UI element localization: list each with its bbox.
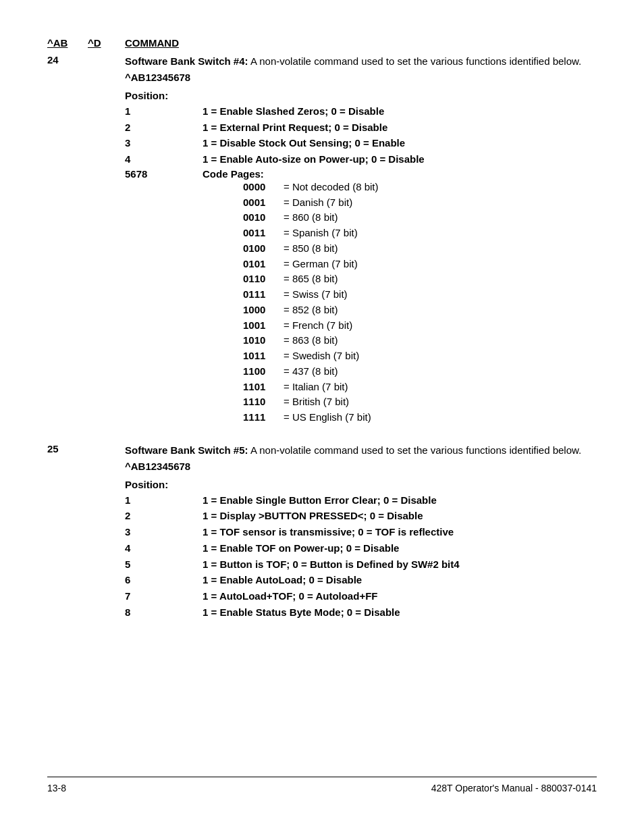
code-val-0101: 0101	[203, 257, 284, 271]
code-item-1110: 1110 = British (7 bit)	[203, 394, 597, 409]
entry-24-title: Software Bank Switch #4:	[125, 55, 248, 67]
pos-1-num: 1	[125, 104, 203, 119]
code-item-0100: 0100 = 850 (8 bit)	[203, 241, 597, 256]
pos25-row-5: 5 1 = Button is TOF; 0 = Button is Defin…	[125, 557, 597, 572]
pos-row-1: 1 1 = Enable Slashed Zeros; 0 = Disable	[125, 104, 597, 119]
code-desc-1010: = 863 (8 bit)	[284, 333, 597, 348]
pos25-4-num: 4	[125, 541, 203, 556]
footer: 13-8 428T Operator's Manual - 880037-014…	[47, 777, 597, 793]
code-item-0110: 0110 = 865 (8 bit)	[203, 271, 597, 286]
code-desc-1101: = Italian (7 bit)	[284, 380, 597, 394]
code-item-0011: 0011 = Spanish (7 bit)	[203, 226, 597, 240]
entry-25-ab-code: ^AB12345678	[125, 461, 597, 472]
pos25-5-num: 5	[125, 557, 203, 572]
entry-25-title: Software Bank Switch #5:	[125, 444, 248, 456]
pos25-row-2: 2 1 = Display >BUTTON PRESSED<; 0 = Disa…	[125, 509, 597, 523]
code-item-1011: 1011 = Swedish (7 bit)	[203, 348, 597, 363]
footer-right: 428T Operator's Manual - 880037-0141	[431, 783, 597, 793]
code-val-0000: 0000	[203, 180, 284, 194]
entry-25-position-label: Position:	[125, 479, 597, 490]
pos25-3-desc: 1 = TOF sensor is transmissive; 0 = TOF …	[203, 525, 597, 540]
code-val-1101: 1101	[203, 380, 284, 394]
pos25-row-7: 7 1 = AutoLoad+TOF; 0 = Autoload+FF	[125, 589, 597, 604]
col-cmd-header: COMMAND	[125, 37, 179, 49]
entry-24-content: Software Bank Switch #4: A non-volatile …	[125, 54, 597, 431]
pos-4-desc: 1 = Enable Auto-size on Power-up; 0 = Di…	[203, 152, 597, 167]
code-val-1010: 1010	[203, 333, 284, 348]
code-desc-1011: = Swedish (7 bit)	[284, 348, 597, 363]
entry-24-position-label: Position:	[125, 90, 597, 101]
pos-2-desc: 1 = External Print Request; 0 = Disable	[203, 120, 597, 135]
code-val-0111: 0111	[203, 287, 284, 302]
code-desc-0011: = Spanish (7 bit)	[284, 226, 597, 240]
code-item-0101: 0101 = German (7 bit)	[203, 257, 597, 271]
page: ^AB ^D COMMAND 24 Software Bank Switch #…	[0, 0, 644, 834]
pos-row-3: 3 1 = Disable Stock Out Sensing; 0 = Ena…	[125, 136, 597, 151]
pos25-8-desc: 1 = Enable Status Byte Mode; 0 = Disable	[203, 605, 597, 620]
code-val-0010: 0010	[203, 210, 284, 225]
code-item-0010: 0010 = 860 (8 bit)	[203, 210, 597, 225]
code-val-1100: 1100	[203, 364, 284, 379]
code-item-1000: 1000 = 852 (8 bit)	[203, 303, 597, 317]
code-desc-0111: = Swiss (7 bit)	[284, 287, 597, 302]
content: ^AB ^D COMMAND 24 Software Bank Switch #…	[47, 37, 597, 763]
code-pages-row: 5678 Code Pages: 0000 = Not decoded (8 b…	[125, 168, 597, 425]
pos25-2-desc: 1 = Display >BUTTON PRESSED<; 0 = Disabl…	[203, 509, 597, 523]
col-ab-header: ^AB	[47, 37, 88, 49]
pos25-6-desc: 1 = Enable AutoLoad; 0 = Disable	[203, 573, 597, 588]
pos25-row-1: 1 1 = Enable Single Button Error Clear; …	[125, 493, 597, 508]
code-desc-0101: = German (7 bit)	[284, 257, 597, 271]
entry-25-num: 25	[47, 443, 125, 625]
code-val-1011: 1011	[203, 348, 284, 363]
entry-25: 25 Software Bank Switch #5: A non-volati…	[47, 443, 597, 625]
entry-24-description: A non-volatile command used to set the v…	[250, 55, 581, 67]
code-desc-0100: = 850 (8 bit)	[284, 241, 597, 256]
pos25-7-num: 7	[125, 589, 203, 604]
code-pages-title: Code Pages:	[203, 168, 264, 180]
pos25-7-desc: 1 = AutoLoad+TOF; 0 = Autoload+FF	[203, 589, 597, 604]
code-desc-0010: = 860 (8 bit)	[284, 210, 597, 225]
code-val-0110: 0110	[203, 271, 284, 286]
pos-row-2: 2 1 = External Print Request; 0 = Disabl…	[125, 120, 597, 135]
code-item-0000: 0000 = Not decoded (8 bit)	[203, 180, 597, 194]
pos25-8-num: 8	[125, 605, 203, 620]
col-d-header: ^D	[88, 37, 125, 49]
column-headers: ^AB ^D COMMAND	[47, 37, 597, 49]
pos25-1-desc: 1 = Enable Single Button Error Clear; 0 …	[203, 493, 597, 508]
code-item-0001: 0001 = Danish (7 bit)	[203, 195, 597, 210]
pos25-4-desc: 1 = Enable TOF on Power-up; 0 = Disable	[203, 541, 597, 556]
code-desc-1100: = 437 (8 bit)	[284, 364, 597, 379]
pos25-row-6: 6 1 = Enable AutoLoad; 0 = Disable	[125, 573, 597, 588]
entry-24-positions: Position: 1 1 = Enable Slashed Zeros; 0 …	[125, 90, 597, 425]
pos25-row-3: 3 1 = TOF sensor is transmissive; 0 = TO…	[125, 525, 597, 540]
code-desc-1000: = 852 (8 bit)	[284, 303, 597, 317]
entry-25-title-line: Software Bank Switch #5: A non-volatile …	[125, 443, 597, 458]
code-val-0001: 0001	[203, 195, 284, 210]
pos-1-desc: 1 = Enable Slashed Zeros; 0 = Disable	[203, 104, 597, 119]
code-val-1001: 1001	[203, 318, 284, 333]
code-desc-1001: = French (7 bit)	[284, 318, 597, 333]
code-item-1100: 1100 = 437 (8 bit)	[203, 364, 597, 379]
code-val-0011: 0011	[203, 226, 284, 240]
code-val-1000: 1000	[203, 303, 284, 317]
entry-24-title-line: Software Bank Switch #4: A non-volatile …	[125, 54, 597, 69]
code-val-0100: 0100	[203, 241, 284, 256]
pos25-3-num: 3	[125, 525, 203, 540]
code-item-0111: 0111 = Swiss (7 bit)	[203, 287, 597, 302]
code-desc-0001: = Danish (7 bit)	[284, 195, 597, 210]
pos25-row-8: 8 1 = Enable Status Byte Mode; 0 = Disab…	[125, 605, 597, 620]
code-desc-0110: = 865 (8 bit)	[284, 271, 597, 286]
pos-3-desc: 1 = Disable Stock Out Sensing; 0 = Enabl…	[203, 136, 597, 151]
entry-25-content: Software Bank Switch #5: A non-volatile …	[125, 443, 597, 625]
pos-3-num: 3	[125, 136, 203, 151]
pos-row-4: 4 1 = Enable Auto-size on Power-up; 0 = …	[125, 152, 597, 167]
pos25-5-desc: 1 = Button is TOF; 0 = Button is Defined…	[203, 557, 597, 572]
code-val-1111: 1111	[203, 410, 284, 425]
code-desc-0000: = Not decoded (8 bit)	[284, 180, 597, 194]
pos25-1-num: 1	[125, 493, 203, 508]
pos-2-num: 2	[125, 120, 203, 135]
code-item-1010: 1010 = 863 (8 bit)	[203, 333, 597, 348]
entry-25-positions: Position: 1 1 = Enable Single Button Err…	[125, 479, 597, 620]
code-desc-1110: = British (7 bit)	[284, 394, 597, 409]
entry-25-description: A non-volatile command used to set the v…	[250, 444, 581, 456]
